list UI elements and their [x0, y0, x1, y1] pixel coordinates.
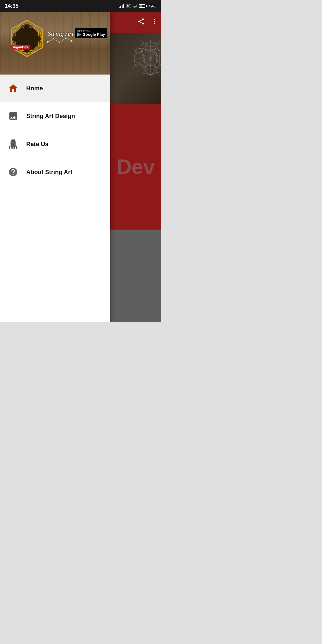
google-play-badge[interactable]: GET IT ON Google Play: [75, 28, 107, 38]
svg-point-6: [154, 21, 155, 22]
status-time: 14:35: [5, 3, 18, 9]
android-icon: [6, 137, 20, 151]
share-button[interactable]: [137, 18, 145, 27]
svg-point-1: [138, 21, 140, 22]
gplay-store-text: Google Play: [83, 32, 105, 37]
svg-line-3: [140, 20, 142, 21]
menu-rate-us-label: Rate Us: [26, 141, 48, 148]
more-options-button[interactable]: [151, 18, 158, 27]
status-icons: 3G ◎ 49%: [119, 4, 156, 8]
network-type: 3G: [126, 4, 131, 8]
navigation-drawer: RigariDev String Art GET IT ON: [0, 12, 110, 322]
menu-about-label: About String Art: [26, 169, 72, 176]
menu-item-about[interactable]: About String Art: [0, 158, 110, 186]
content-overlay: [110, 12, 161, 322]
svg-point-0: [142, 18, 144, 20]
svg-point-5: [154, 19, 155, 20]
home-icon: [6, 81, 20, 95]
brand-logo-badge: RigariDev: [11, 45, 30, 49]
app-content: Dev: [110, 12, 161, 322]
menu-item-string-art-design[interactable]: String Art Design: [0, 102, 110, 130]
svg-point-2: [142, 23, 144, 24]
menu-item-rate-us[interactable]: Rate Us: [0, 130, 110, 158]
svg-line-4: [140, 22, 142, 23]
signal-icon: [119, 4, 124, 8]
hex-string-art-graphic: [6, 18, 45, 57]
drawer-menu: Home String Art Design: [0, 75, 110, 322]
menu-item-home[interactable]: Home: [0, 75, 110, 102]
menu-string-art-label: String Art Design: [26, 113, 75, 120]
status-bar: 14:35 3G ◎ 49%: [0, 0, 161, 12]
image-icon: [6, 109, 20, 123]
svg-marker-59: [77, 32, 81, 37]
wifi-icon: ◎: [133, 4, 137, 8]
battery-icon: [139, 4, 147, 8]
menu-home-label: Home: [26, 85, 43, 92]
main-layout: Dev: [0, 12, 161, 322]
svg-point-7: [154, 23, 155, 24]
string-connector: [46, 36, 73, 48]
battery-percent: 49%: [148, 4, 156, 8]
google-play-icon: [77, 32, 81, 37]
question-icon: [6, 165, 20, 179]
drawer-header: RigariDev String Art GET IT ON: [0, 12, 110, 75]
app-toolbar: [110, 12, 161, 33]
